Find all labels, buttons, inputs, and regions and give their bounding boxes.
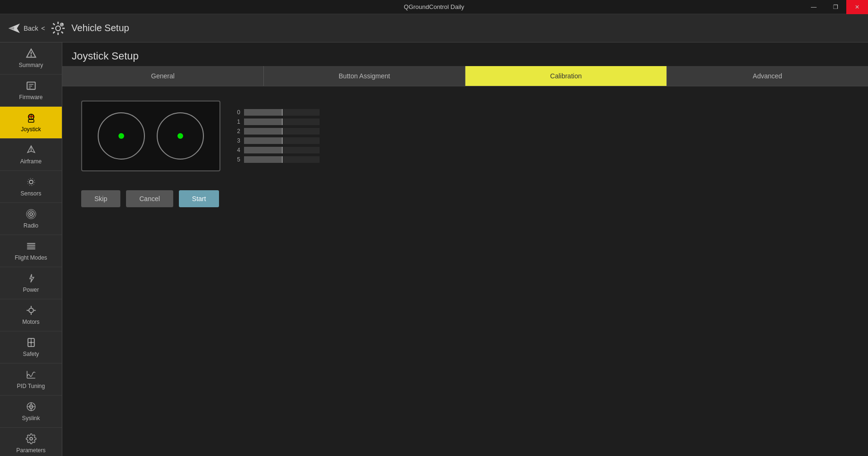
svg-line-8: [61, 32, 63, 34]
start-button[interactable]: Start: [179, 190, 219, 207]
axis-row-4: 4: [235, 147, 320, 153]
svg-rect-15: [27, 82, 35, 89]
main-layout: Summary Firmware Joystick: [0, 42, 868, 456]
cancel-button[interactable]: Cancel: [126, 190, 173, 207]
sidebar-item-airframe[interactable]: Airframe: [0, 139, 62, 171]
close-button[interactable]: ✕: [846, 0, 868, 14]
sidebar-label-motors: Motors: [22, 319, 40, 325]
sidebar-label-sensors: Sensors: [20, 190, 41, 197]
svg-point-27: [27, 178, 34, 186]
axis-bar-2: [244, 128, 320, 135]
skip-button[interactable]: Skip: [81, 190, 120, 207]
sidebar: Summary Firmware Joystick: [0, 42, 62, 456]
svg-point-29: [28, 211, 34, 217]
sidebar-item-joystick[interactable]: Joystick: [0, 107, 62, 139]
axis-label-1: 1: [235, 118, 240, 125]
title-bar: QGroundControl Daily — ❐ ✕: [0, 0, 868, 14]
pid-tuning-icon: [25, 369, 37, 380]
content-area: Joystick Setup General Button Assigment …: [62, 42, 868, 456]
sidebar-label-summary: Summary: [19, 62, 43, 68]
firmware-icon: [25, 80, 37, 91]
sidebar-label-syslink: Syslink: [22, 415, 40, 422]
svg-point-21: [31, 116, 33, 118]
axis-bar-1: [244, 118, 320, 125]
sidebar-item-parameters[interactable]: Parameters: [0, 428, 62, 456]
joystick-right: [157, 112, 204, 160]
svg-point-49: [30, 438, 33, 440]
axis-bar-0: [244, 109, 320, 116]
axis-row-5: 5: [235, 156, 320, 163]
joystick-display-row: 0 1: [81, 101, 320, 171]
tab-advanced[interactable]: Advanced: [667, 66, 868, 86]
sidebar-item-pid-tuning[interactable]: PID Tuning: [0, 363, 62, 396]
sidebar-label-firmware: Firmware: [19, 94, 43, 101]
sidebar-label-airframe: Airframe: [20, 158, 42, 165]
power-icon: [25, 273, 37, 284]
svg-line-10: [53, 32, 55, 34]
axis-row-0: 0: [235, 109, 320, 116]
sidebar-item-radio[interactable]: Radio: [0, 203, 62, 235]
calibration-area: 0 1: [62, 86, 868, 456]
axis-row-2: 2: [235, 128, 320, 135]
axis-bar-3: [244, 137, 320, 144]
joystick-right-dot: [177, 133, 183, 139]
sidebar-item-summary[interactable]: Summary: [0, 42, 62, 75]
axis-label-0: 0: [235, 109, 240, 116]
axis-bar-4: [244, 147, 320, 153]
summary-icon: [25, 48, 37, 59]
sidebar-item-firmware[interactable]: Firmware: [0, 75, 62, 107]
radio-icon: [25, 209, 37, 220]
sidebar-label-safety: Safety: [23, 351, 39, 357]
svg-point-35: [29, 308, 34, 313]
sidebar-label-flight-modes: Flight Modes: [15, 254, 47, 261]
sidebar-item-syslink[interactable]: Syslink: [0, 396, 62, 428]
sidebar-item-flight-modes[interactable]: Flight Modes: [0, 235, 62, 267]
sidebar-item-motors[interactable]: Motors: [0, 299, 62, 331]
top-nav: Back < Vehicle Setup: [0, 14, 868, 42]
safety-icon: [25, 337, 37, 348]
svg-point-28: [30, 213, 33, 216]
sensors-icon: [25, 177, 37, 187]
syslink-icon: [25, 401, 37, 412]
svg-point-26: [29, 180, 33, 184]
joystick-left-dot: [118, 133, 124, 139]
axis-bar-5: [244, 156, 320, 163]
joystick-icon: [25, 112, 37, 123]
action-buttons: Skip Cancel Start: [81, 190, 219, 207]
window-controls: — ❐ ✕: [803, 0, 868, 14]
joystick-visual-box: [81, 101, 220, 171]
sidebar-label-joystick: Joystick: [21, 126, 41, 133]
axis-label-4: 4: [235, 147, 240, 153]
airframe-icon: [25, 144, 37, 155]
minimize-button[interactable]: —: [803, 0, 825, 14]
sidebar-item-power[interactable]: Power: [0, 267, 62, 299]
back-button[interactable]: Back <: [8, 22, 45, 35]
sidebar-label-parameters: Parameters: [16, 447, 45, 454]
tabs: General Button Assigment Calibration Adv…: [62, 66, 868, 86]
svg-point-43: [30, 342, 32, 344]
sidebar-item-safety[interactable]: Safety: [0, 331, 62, 363]
sidebar-label-power: Power: [23, 287, 39, 293]
axis-label-5: 5: [235, 156, 240, 163]
sidebar-item-sensors[interactable]: Sensors: [0, 171, 62, 203]
axis-row-3: 3: [235, 137, 320, 144]
page-header-title: Vehicle Setup: [71, 23, 129, 34]
plane-icon: [8, 22, 21, 35]
svg-point-14: [30, 55, 32, 57]
motors-icon: [25, 305, 37, 316]
tab-button-assignment[interactable]: Button Assigment: [264, 66, 465, 86]
gear-icon: [51, 21, 66, 36]
axis-row-1: 1: [235, 118, 320, 125]
tab-calibration[interactable]: Calibration: [465, 66, 667, 86]
svg-line-7: [53, 23, 55, 25]
page-title: Joystick Setup: [62, 42, 868, 66]
svg-point-2: [56, 26, 60, 31]
flight-modes-icon: [25, 241, 37, 252]
axis-label-3: 3: [235, 137, 240, 144]
axis-indicators: 0 1: [235, 109, 320, 163]
svg-point-20: [29, 116, 31, 118]
sidebar-label-radio: Radio: [24, 222, 38, 229]
restore-button[interactable]: ❐: [825, 0, 846, 14]
tab-general[interactable]: General: [62, 66, 264, 86]
sidebar-label-pid-tuning: PID Tuning: [17, 383, 45, 389]
